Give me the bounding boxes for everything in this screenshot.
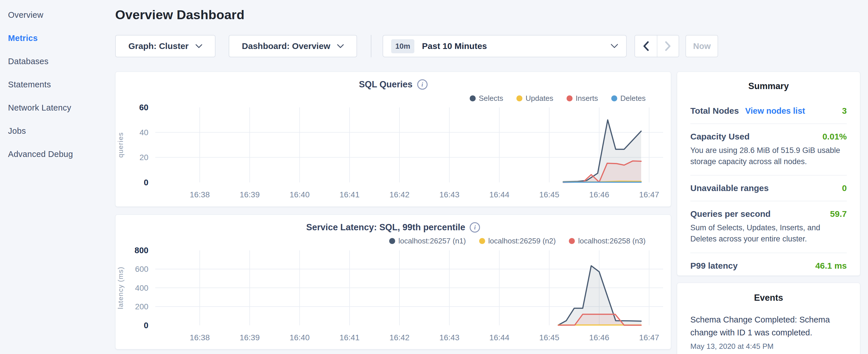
summary-panel: Summary Total Nodes View nodes list 3 Ca…	[677, 72, 860, 276]
legend-label: localhost:26258 (n3)	[578, 236, 646, 246]
y-tick-label: 800	[135, 246, 149, 255]
capacity-used-value: 0.01%	[823, 132, 847, 141]
x-tick-label: 16:47	[639, 333, 659, 342]
sidebar-item-overview[interactable]: Overview	[0, 3, 115, 27]
legend-label: Deletes	[620, 94, 646, 103]
summary-total-nodes-section: Total Nodes View nodes list 3	[690, 98, 847, 124]
legend-item[interactable]: Deletes	[611, 94, 646, 103]
x-tick-label: 16:38	[190, 333, 210, 342]
legend-label: Updates	[526, 94, 553, 103]
x-tick-label: 16:40	[289, 190, 309, 199]
info-icon[interactable]: i	[470, 222, 480, 232]
sidebar-item-statements[interactable]: Statements	[0, 73, 115, 96]
graph-scope-dropdown[interactable]: Graph: Cluster	[115, 35, 216, 57]
chevron-down-icon	[337, 44, 344, 49]
sidebar: Overview Metrics Databases Statements Ne…	[0, 0, 115, 354]
y-axis-unit-label: queries	[117, 132, 124, 158]
time-range-dropdown[interactable]: 10m Past 10 Minutes	[382, 35, 627, 57]
summary-unavailable-section: Unavailable ranges 0	[690, 175, 847, 201]
summary-p99-section: P99 latency 46.1 ms	[690, 253, 847, 276]
x-tick-label: 16:44	[489, 333, 509, 342]
x-tick-label: 16:47	[639, 190, 659, 199]
chart-legend: SelectsUpdatesInsertsDeletes	[116, 94, 646, 103]
time-range-label: Past 10 Minutes	[422, 41, 487, 51]
chart-legend: localhost:26257 (n1)localhost:26259 (n2)…	[116, 236, 646, 246]
time-prev-button[interactable]	[635, 35, 657, 57]
time-pager	[634, 35, 679, 57]
legend-item[interactable]: localhost:26259 (n2)	[479, 236, 556, 246]
chart-canvas: 16:3816:3916:4016:4116:4216:4316:4416:45…	[116, 246, 671, 349]
page-title: Overview Dashboard	[115, 7, 868, 22]
x-tick-label: 16:42	[390, 190, 409, 199]
x-tick-label: 16:45	[539, 190, 559, 199]
total-nodes-value: 3	[842, 106, 847, 116]
legend-label: localhost:26257 (n1)	[398, 236, 466, 246]
legend-item[interactable]: Inserts	[566, 94, 598, 103]
legend-item[interactable]: Updates	[517, 94, 553, 103]
chart-title: Service Latency: SQL, 99th percentile	[306, 222, 465, 232]
events-panel: Events Schema Change Completed: Schema c…	[677, 283, 860, 354]
service-latency-chart-panel: Service Latency: SQL, 99th percentile i …	[115, 215, 671, 350]
content-row: SQL Queries i SelectsUpdatesInsertsDelet…	[115, 72, 868, 354]
info-icon[interactable]: i	[417, 79, 428, 90]
chart-canvas: 16:3816:3916:4016:4116:4216:4316:4416:45…	[116, 103, 671, 206]
unavailable-ranges-label: Unavailable ranges	[690, 183, 769, 193]
x-tick-label: 16:46	[589, 190, 609, 199]
graph-scope-dropdown-label: Graph: Cluster	[128, 41, 189, 51]
now-button[interactable]: Now	[685, 35, 718, 57]
legend-dot-icon	[566, 95, 572, 101]
app-root: Overview Metrics Databases Statements Ne…	[0, 0, 868, 354]
chevron-down-icon	[195, 44, 202, 49]
x-tick-label: 16:41	[340, 190, 360, 199]
summary-capacity-section: Capacity Used 0.01% You are using 28.6 M…	[690, 124, 847, 175]
y-tick-label: 60	[139, 103, 149, 112]
unavailable-ranges-value: 0	[842, 183, 847, 193]
x-tick-label: 16:38	[190, 190, 210, 199]
y-tick-label: 0	[144, 321, 149, 330]
summary-qps-section: Queries per second 59.7 Sum of Selects, …	[690, 201, 847, 253]
legend-item[interactable]: localhost:26257 (n1)	[389, 236, 466, 246]
time-next-button[interactable]	[657, 35, 679, 57]
y-tick-label: 600	[135, 265, 149, 273]
legend-item[interactable]: Selects	[470, 94, 503, 103]
y-tick-label: 20	[140, 153, 149, 162]
chevron-right-icon	[665, 41, 671, 51]
sidebar-item-advanced-debug[interactable]: Advanced Debug	[0, 142, 115, 166]
chart-title-row: SQL Queries i	[116, 79, 671, 90]
y-tick-label: 40	[140, 128, 149, 137]
sidebar-item-databases[interactable]: Databases	[0, 50, 115, 73]
sidebar-item-metrics[interactable]: Metrics	[0, 27, 115, 50]
legend-dot-icon	[479, 238, 485, 244]
y-tick-label: 400	[135, 283, 149, 292]
x-tick-label: 16:43	[439, 190, 459, 199]
chart-title-row: Service Latency: SQL, 99th percentile i	[116, 222, 671, 232]
chevron-left-icon	[643, 41, 649, 51]
toolbar: Graph: Cluster Dashboard: Overview 10m P…	[115, 35, 868, 57]
total-nodes-label: Total Nodes	[690, 106, 739, 116]
chevron-down-icon	[611, 44, 618, 49]
event-timestamp: May 13, 2020 at 4:45 PM	[690, 342, 847, 351]
sidebar-item-network-latency[interactable]: Network Latency	[0, 96, 115, 120]
capacity-used-label: Capacity Used	[690, 132, 750, 141]
legend-dot-icon	[517, 95, 522, 101]
view-nodes-link[interactable]: View nodes list	[745, 106, 805, 116]
x-tick-label: 16:45	[539, 333, 559, 342]
events-heading: Events	[690, 293, 847, 303]
legend-dot-icon	[389, 238, 395, 244]
time-range-badge: 10m	[391, 39, 414, 53]
p99-latency-label: P99 latency	[690, 261, 738, 271]
legend-dot-icon	[569, 238, 575, 244]
x-tick-label: 16:44	[489, 190, 509, 199]
x-tick-label: 16:42	[390, 333, 409, 342]
event-text: Schema Change Completed: Schema change w…	[690, 313, 847, 339]
y-axis-unit-label: latency (ms)	[117, 266, 124, 309]
x-tick-label: 16:46	[589, 333, 609, 342]
sidebar-item-jobs[interactable]: Jobs	[0, 120, 115, 142]
event-item[interactable]: Schema Change Completed: Schema change w…	[690, 313, 847, 351]
dashboard-dropdown[interactable]: Dashboard: Overview	[229, 35, 357, 57]
chart-title: SQL Queries	[359, 79, 412, 90]
queries-per-second-description: Sum of Selects, Updates, Inserts, and De…	[690, 222, 847, 245]
x-tick-label: 16:39	[240, 190, 260, 199]
legend-item[interactable]: localhost:26258 (n3)	[569, 236, 646, 246]
x-tick-label: 16:43	[439, 333, 459, 342]
